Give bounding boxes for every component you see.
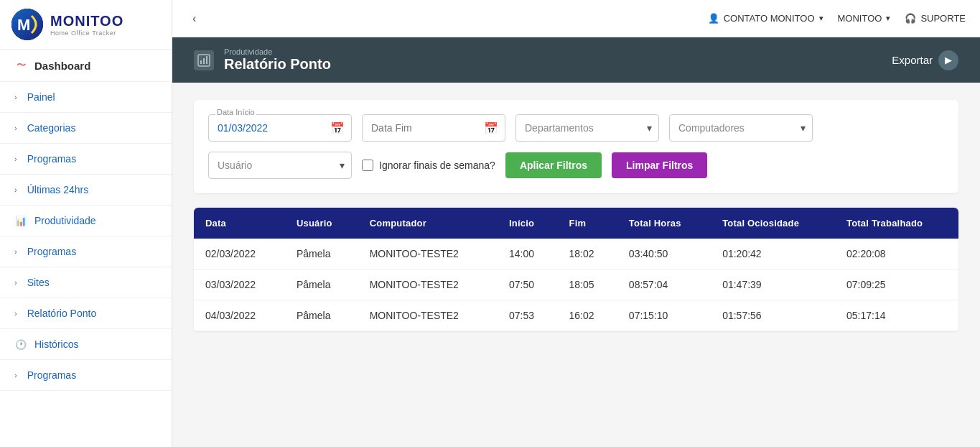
chevron-icon: › <box>14 247 17 256</box>
sidebar-item-sites[interactable]: › Sites <box>0 267 172 298</box>
topnav-right: 👤 CONTATO MONITOO ▾ MONITOO ▾ 🎧 SUPORTE <box>708 13 966 24</box>
table-cell-1: Pâmela <box>285 269 358 300</box>
table-body: 02/03/2022PâmelaMONITOO-TESTE214:0018:02… <box>194 239 958 331</box>
date-end-input[interactable] <box>362 114 505 142</box>
table-cell-0: 02/03/2022 <box>194 239 285 269</box>
sidebar-item-produtividade-label: Produtividade <box>34 215 96 226</box>
sidebar-item-categorias[interactable]: › Categorias <box>0 113 172 144</box>
clear-filters-button[interactable]: Limpar Filtros <box>612 152 707 178</box>
monitoo-chevron-icon: ▾ <box>886 14 890 23</box>
table-row: 04/03/2022PâmelaMONITOO-TESTE207:5316:02… <box>194 300 958 331</box>
sidebar-item-programas1-label: Programas <box>27 153 76 165</box>
content-area: Data Início 📅 📅 Departamentos ▾ Computad… <box>172 83 980 447</box>
departamentos-select[interactable]: Departamentos <box>515 114 659 142</box>
table-cell-3: 07:50 <box>498 269 558 300</box>
export-button[interactable]: Exportar ▶ <box>892 50 958 70</box>
logo: M MONITOO Home Office Tracker <box>0 0 172 50</box>
table-cell-2: MONITOO-TESTE2 <box>358 239 498 269</box>
apply-filters-button[interactable]: Aplicar Filtros <box>505 152 602 178</box>
table-header: Data Usuário Computador Início Fim Total… <box>194 208 958 239</box>
chevron-icon: › <box>14 371 17 379</box>
table-cell-4: 18:05 <box>557 269 617 300</box>
table-cell-0: 03/03/2022 <box>194 269 285 300</box>
monitoo-label: MONITOO <box>838 13 882 24</box>
page-header: Produtividade Relatório Ponto Exportar ▶ <box>172 37 980 83</box>
usuario-select[interactable]: Usuário <box>208 152 352 179</box>
sidebar-item-categorias-label: Categorias <box>27 122 76 134</box>
person-icon: 👤 <box>708 13 719 24</box>
monitoo-link[interactable]: MONITOO ▾ <box>838 13 891 24</box>
departamentos-wrapper: Departamentos ▾ <box>515 114 659 142</box>
collapse-button[interactable]: ‹ <box>187 9 202 28</box>
sidebar-item-painel-label: Painel <box>27 91 55 103</box>
col-total-horas: Total Horas <box>617 208 711 239</box>
table-cell-3: 14:00 <box>498 239 558 269</box>
table-cell-7: 07:09:25 <box>835 269 958 300</box>
history-icon: 🕐 <box>14 339 27 350</box>
topnav: ‹ 👤 CONTATO MONITOO ▾ MONITOO ▾ 🎧 SUPORT… <box>172 0 980 37</box>
table-cell-2: MONITOO-TESTE2 <box>358 300 498 331</box>
table-cell-7: 05:17:14 <box>835 300 958 331</box>
page-header-left: Produtividade Relatório Ponto <box>194 47 331 73</box>
page-title: Relatório Ponto <box>224 56 331 73</box>
sidebar-item-historicos-label: Históricos <box>34 338 78 350</box>
contato-monitoo-link[interactable]: 👤 CONTATO MONITOO ▾ <box>708 13 823 24</box>
chevron-icon: › <box>14 124 17 132</box>
sidebar-item-programas1[interactable]: › Programas <box>0 144 172 175</box>
chevron-icon: › <box>14 309 17 318</box>
table-cell-7: 02:20:08 <box>835 239 958 269</box>
table-cell-6: 01:57:56 <box>711 300 835 331</box>
filter-card: Data Início 📅 📅 Departamentos ▾ Computad… <box>194 100 958 193</box>
sidebar-item-sites-label: Sites <box>27 277 50 288</box>
computadores-wrapper: Computadores ▾ <box>669 114 813 142</box>
date-start-input[interactable] <box>208 114 352 142</box>
sidebar-item-programas2[interactable]: › Programas <box>0 236 172 267</box>
sidebar-item-ultimas24[interactable]: › Últimas 24hrs <box>0 175 172 206</box>
main-area: ‹ 👤 CONTATO MONITOO ▾ MONITOO ▾ 🎧 SUPORT… <box>172 0 980 447</box>
computadores-select[interactable]: Computadores <box>669 114 813 142</box>
logo-text: MONITOO Home Office Tracker <box>50 13 123 37</box>
sidebar-item-programas2-label: Programas <box>27 246 76 257</box>
table-row: 02/03/2022PâmelaMONITOO-TESTE214:0018:02… <box>194 239 958 269</box>
table-cell-1: Pâmela <box>285 239 358 269</box>
sidebar-item-programas3[interactable]: › Programas <box>0 360 172 391</box>
table-cell-1: Pâmela <box>285 300 358 331</box>
chevron-icon: › <box>14 93 17 101</box>
sidebar-item-produtividade[interactable]: 📊 Produtividade <box>0 206 172 236</box>
sidebar-item-dashboard-label: Dashboard <box>34 60 90 72</box>
date-start-label: Data Início <box>215 108 256 116</box>
table-cell-2: MONITOO-TESTE2 <box>358 269 498 300</box>
table-cell-5: 03:40:50 <box>617 239 711 269</box>
sidebar-item-historicos[interactable]: 🕐 Históricos <box>0 329 172 360</box>
col-fim: Fim <box>557 208 617 239</box>
sidebar-item-painel[interactable]: › Painel <box>0 82 172 113</box>
table-cell-6: 01:20:42 <box>711 239 835 269</box>
sidebar-item-relatorio-label: Relatório Ponto <box>27 308 97 319</box>
export-arrow-icon: ▶ <box>938 50 958 70</box>
export-label: Exportar <box>892 54 933 66</box>
table-cell-5: 08:57:04 <box>617 269 711 300</box>
sidebar-item-ultimas24-label: Últimas 24hrs <box>27 184 89 195</box>
ignore-weekends-text: Ignorar finais de semana? <box>379 160 495 171</box>
date-start-field: Data Início 📅 <box>208 114 352 142</box>
ignore-weekends-checkbox[interactable] <box>362 160 373 171</box>
col-computador: Computador <box>358 208 498 239</box>
sidebar-item-programas3-label: Programas <box>27 369 76 381</box>
ignore-weekends-label[interactable]: Ignorar finais de semana? <box>362 160 495 171</box>
table-card: Data Usuário Computador Início Fim Total… <box>194 208 958 331</box>
table-cell-4: 18:02 <box>557 239 617 269</box>
sidebar-item-relatorio[interactable]: › Relatório Ponto <box>0 298 172 329</box>
table-cell-0: 04/03/2022 <box>194 300 285 331</box>
page-subtitle: Produtividade <box>224 47 331 56</box>
logo-icon: M <box>11 9 43 40</box>
sidebar-item-dashboard[interactable]: 〜 Dashboard <box>0 50 172 82</box>
col-data: Data <box>194 208 285 239</box>
report-table: Data Usuário Computador Início Fim Total… <box>194 208 958 331</box>
svg-text:M: M <box>17 16 30 34</box>
suporte-link[interactable]: 🎧 SUPORTE <box>905 13 966 24</box>
table-cell-3: 07:53 <box>498 300 558 331</box>
chevron-icon: › <box>14 155 17 163</box>
logo-name: MONITOO <box>50 13 123 29</box>
page-header-text: Produtividade Relatório Ponto <box>224 47 331 73</box>
col-usuario: Usuário <box>285 208 358 239</box>
